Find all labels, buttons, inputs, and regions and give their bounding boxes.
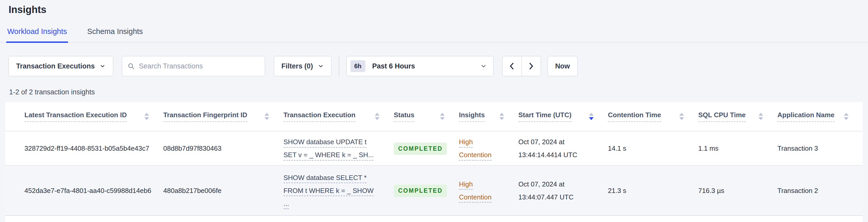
chevron-down-icon: [99, 63, 106, 69]
insights-table-card: Latest Transaction Execution ID Transact…: [5, 102, 863, 222]
previous-time-range-button[interactable]: [502, 56, 522, 76]
application-name-cell: Transaction 3: [777, 131, 863, 165]
sql-cpu-time-cell: 1.1 ms: [698, 131, 777, 165]
transaction-execution-link[interactable]: SHOW database SELECT *FROM t WHERE k = _…: [283, 171, 374, 210]
now-button-label: Now: [555, 62, 570, 70]
sort-icon[interactable]: [139, 113, 149, 120]
tab-schema-insights[interactable]: Schema Insights: [86, 27, 144, 43]
status-badge: COMPLETED: [394, 185, 447, 197]
insights-cell: High Contention: [459, 165, 518, 216]
contention-time-cell: 21.3 s: [608, 165, 698, 216]
sort-icon[interactable]: [839, 113, 848, 120]
status-cell: COMPLETED: [394, 131, 459, 165]
transaction-execution-cell: SHOW database SELECT *FROM t WHERE k = _…: [283, 165, 394, 216]
column-header-contention-time[interactable]: Contention Time: [608, 102, 698, 131]
start-time-cell: Oct 07, 2024 at 13:44:07.447 UTC: [518, 165, 608, 216]
filters-button[interactable]: Filters (0): [274, 56, 332, 76]
search-icon: [127, 63, 135, 70]
column-header-application-name[interactable]: Application Name: [777, 102, 863, 131]
latest-transaction-execution-id-cell: 452da3e7-e7fa-4801-aa40-c59988d14eb6: [5, 165, 163, 216]
chevron-right-icon: [528, 62, 534, 70]
sort-icon[interactable]: [259, 113, 269, 120]
time-range-label: Past 6 Hours: [372, 62, 415, 70]
sql-cpu-time-cell: 716.3 µs: [698, 165, 777, 216]
insight-link[interactable]: High Contention: [459, 178, 503, 203]
table-type-dropdown[interactable]: Transaction Executions: [8, 56, 113, 76]
column-header-transaction-execution[interactable]: Transaction Execution: [283, 102, 394, 131]
transaction-execution-link[interactable]: SHOW database UPDATE tSET v = _ WHERE k …: [283, 135, 374, 161]
chevron-left-icon: [508, 62, 515, 70]
latest-transaction-execution-id-cell: 328729d2-ff19-4408-8531-b05a5b4e43c7: [5, 131, 163, 165]
now-button[interactable]: Now: [548, 56, 578, 76]
column-header-transaction-fingerprint-id[interactable]: Transaction Fingerprint ID: [163, 102, 283, 131]
table-row: 328729d2-ff19-4408-8531-b05a5b4e43c7 08d…: [5, 131, 863, 165]
filters-button-label: Filters (0): [281, 62, 313, 70]
sort-icon[interactable]: [584, 113, 594, 120]
transaction-fingerprint-id-cell: 480a8b217be006fe: [163, 165, 283, 216]
chevron-down-icon: [318, 63, 324, 69]
status-cell: COMPLETED: [394, 165, 459, 216]
transaction-fingerprint-id-cell: 08d8b7d97f830463: [163, 131, 283, 165]
transaction-insights-table: Latest Transaction Execution ID Transact…: [5, 102, 863, 216]
sort-icon[interactable]: [753, 113, 763, 120]
search-input[interactable]: [139, 62, 259, 70]
time-range-badge: 6h: [350, 60, 366, 72]
sort-icon[interactable]: [435, 113, 445, 120]
application-name-cell: Transaction 2: [777, 165, 863, 216]
tab-bar: Workload Insights Schema Insights: [0, 27, 868, 42]
table-type-dropdown-label: Transaction Executions: [16, 62, 95, 70]
next-time-range-button[interactable]: [522, 56, 541, 76]
status-badge: COMPLETED: [394, 142, 447, 155]
page-title: Insights: [8, 4, 868, 15]
insight-link[interactable]: High Contention: [459, 135, 503, 161]
contention-time-cell: 14.1 s: [608, 131, 698, 165]
transaction-execution-cell: SHOW database UPDATE tSET v = _ WHERE k …: [283, 131, 394, 165]
sort-icon[interactable]: [674, 113, 684, 120]
insights-cell: High Contention: [459, 131, 518, 165]
column-header-status[interactable]: Status: [394, 102, 459, 131]
column-header-insights[interactable]: Insights: [459, 102, 518, 131]
tab-workload-insights[interactable]: Workload Insights: [6, 27, 68, 43]
toolbar: Transaction Executions Filters (0) 6h Pa…: [8, 56, 868, 76]
table-row: 452da3e7-e7fa-4801-aa40-c59988d14eb6 480…: [5, 165, 863, 216]
column-header-start-time[interactable]: Start Time (UTC): [518, 102, 608, 131]
table-header-row: Latest Transaction Execution ID Transact…: [5, 102, 863, 131]
toolbar-divider: [339, 56, 339, 76]
time-range-arrows: [502, 56, 541, 76]
sort-icon[interactable]: [370, 113, 379, 120]
column-header-sql-cpu-time[interactable]: SQL CPU Time: [698, 102, 777, 131]
chevron-down-icon: [480, 63, 487, 69]
time-range-picker[interactable]: 6h Past 6 Hours: [346, 56, 493, 76]
search-box[interactable]: [122, 56, 265, 76]
column-header-latest-transaction-execution-id[interactable]: Latest Transaction Execution ID: [5, 102, 163, 131]
sort-icon[interactable]: [494, 113, 504, 120]
start-time-cell: Oct 07, 2024 at 13:44:14.4414 UTC: [518, 131, 608, 165]
results-summary: 1-2 of 2 transaction insights: [9, 88, 868, 96]
